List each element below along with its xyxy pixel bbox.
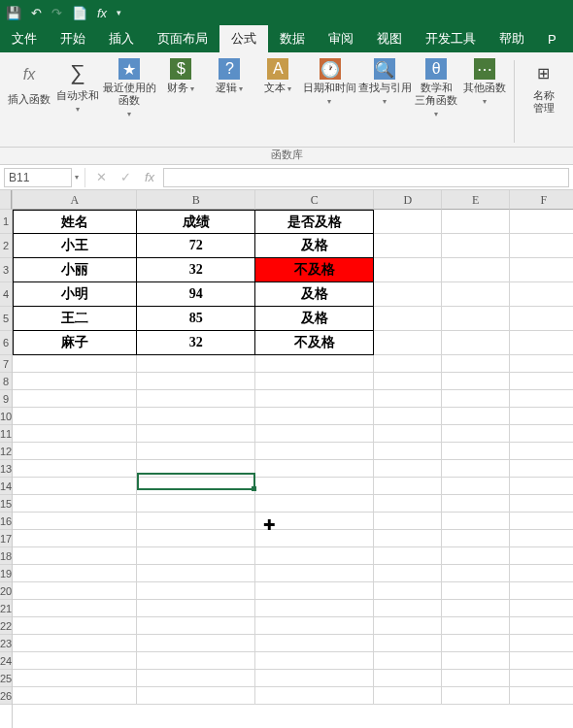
cell[interactable]	[510, 390, 573, 408]
cell[interactable]	[374, 652, 442, 670]
cell[interactable]	[13, 687, 137, 705]
cell[interactable]	[255, 460, 374, 478]
cell[interactable]: 成绩	[137, 210, 255, 234]
row-header[interactable]: 13	[0, 460, 12, 478]
cell[interactable]	[374, 495, 442, 513]
cell[interactable]	[255, 582, 374, 600]
cell[interactable]	[510, 513, 573, 530]
cell[interactable]	[13, 408, 137, 425]
cell[interactable]	[13, 443, 137, 460]
datetime-button[interactable]: 🕐日期和时间▾	[305, 56, 354, 147]
cell[interactable]	[442, 258, 510, 282]
cell[interactable]	[374, 670, 442, 687]
cell[interactable]	[510, 425, 573, 443]
cell[interactable]	[13, 582, 137, 600]
cell[interactable]	[374, 408, 442, 425]
cell[interactable]: 王二	[13, 307, 137, 331]
cell[interactable]	[13, 495, 137, 513]
cell[interactable]	[13, 617, 137, 635]
cell[interactable]	[442, 547, 510, 565]
cell[interactable]	[13, 547, 137, 565]
cell[interactable]	[255, 687, 374, 705]
tab-help[interactable]: 帮助	[488, 25, 536, 52]
fx-icon[interactable]: fx	[97, 6, 107, 20]
cell[interactable]	[255, 478, 374, 495]
cell[interactable]	[13, 355, 137, 373]
cell[interactable]	[510, 530, 573, 547]
cell[interactable]	[442, 687, 510, 705]
cell[interactable]	[442, 355, 510, 373]
cell[interactable]	[137, 635, 255, 652]
cell[interactable]	[374, 547, 442, 565]
cell[interactable]	[510, 635, 573, 652]
cell[interactable]	[13, 425, 137, 443]
cell[interactable]	[442, 652, 510, 670]
cell[interactable]	[255, 652, 374, 670]
cell[interactable]	[442, 600, 510, 617]
col-header[interactable]: E	[442, 190, 510, 210]
row-header[interactable]: 9	[0, 390, 12, 408]
cell[interactable]: 32	[137, 331, 255, 355]
cell[interactable]	[255, 373, 374, 390]
cell[interactable]	[374, 282, 442, 307]
recent-functions-button[interactable]: ★最近使用的 函数▾	[105, 56, 153, 147]
cell[interactable]	[137, 355, 255, 373]
row-header[interactable]: 5	[0, 307, 12, 331]
tab-more[interactable]: P	[536, 25, 568, 52]
col-header[interactable]: A	[13, 190, 137, 210]
cell[interactable]: 不及格	[255, 258, 374, 282]
cell[interactable]	[374, 582, 442, 600]
cell[interactable]	[255, 670, 374, 687]
financial-button[interactable]: $财务 ▾	[159, 56, 202, 147]
cell[interactable]	[13, 460, 137, 478]
select-all[interactable]	[0, 190, 12, 210]
cell[interactable]	[13, 635, 137, 652]
formula-input[interactable]	[163, 168, 569, 187]
cell[interactable]	[442, 635, 510, 652]
cell[interactable]	[13, 600, 137, 617]
cell[interactable]	[374, 234, 442, 258]
cell[interactable]	[255, 408, 374, 425]
cell[interactable]	[137, 513, 255, 530]
cell[interactable]	[374, 258, 442, 282]
cell[interactable]	[374, 635, 442, 652]
cell[interactable]	[374, 513, 442, 530]
row-header[interactable]: 24	[0, 652, 12, 670]
cell[interactable]	[13, 530, 137, 547]
row-header[interactable]: 1	[0, 210, 12, 234]
cell[interactable]	[442, 460, 510, 478]
row-header[interactable]: 18	[0, 547, 12, 565]
cell[interactable]	[137, 478, 255, 495]
cell[interactable]	[442, 234, 510, 258]
cell[interactable]	[13, 478, 137, 495]
row-header[interactable]: 16	[0, 513, 12, 530]
cancel-icon[interactable]: ✕	[91, 170, 112, 184]
cell[interactable]: 小王	[13, 234, 137, 258]
cell[interactable]	[255, 443, 374, 460]
cell[interactable]	[374, 478, 442, 495]
cell[interactable]	[13, 373, 137, 390]
cell[interactable]	[442, 282, 510, 307]
cell[interactable]	[374, 530, 442, 547]
cell[interactable]	[137, 687, 255, 705]
cell[interactable]	[13, 565, 137, 582]
row-header[interactable]: 14	[0, 478, 12, 495]
cell[interactable]	[510, 331, 573, 355]
cell[interactable]	[137, 652, 255, 670]
cell[interactable]	[442, 565, 510, 582]
cell[interactable]	[255, 635, 374, 652]
cell[interactable]	[510, 258, 573, 282]
cell[interactable]	[374, 331, 442, 355]
autosum-button[interactable]: ∑自动求和▾	[56, 56, 99, 147]
cell[interactable]	[374, 617, 442, 635]
cell[interactable]	[510, 565, 573, 582]
cell[interactable]	[510, 670, 573, 687]
cell[interactable]	[442, 307, 510, 331]
cell[interactable]: 小明	[13, 282, 137, 307]
cell[interactable]	[13, 670, 137, 687]
row-header[interactable]: 7	[0, 355, 12, 373]
cell[interactable]	[137, 390, 255, 408]
tab-view[interactable]: 视图	[365, 25, 414, 52]
cell[interactable]	[442, 670, 510, 687]
cell[interactable]	[442, 331, 510, 355]
